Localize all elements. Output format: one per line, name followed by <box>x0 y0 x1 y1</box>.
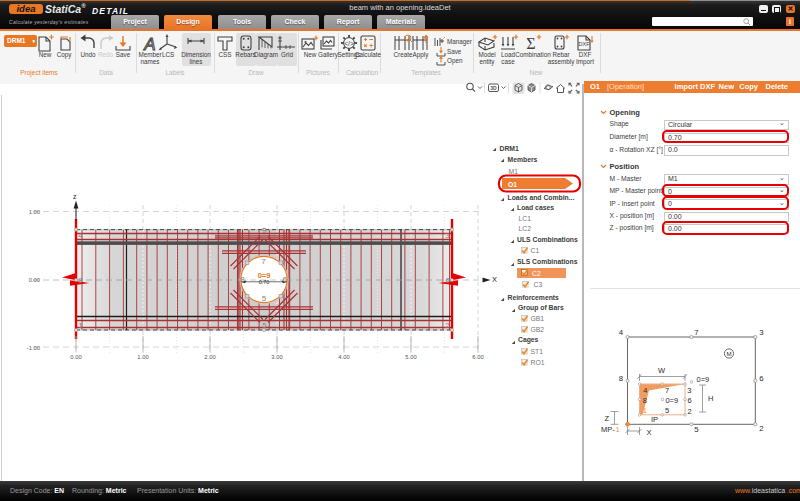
svg-text:3D: 3D <box>490 85 497 91</box>
